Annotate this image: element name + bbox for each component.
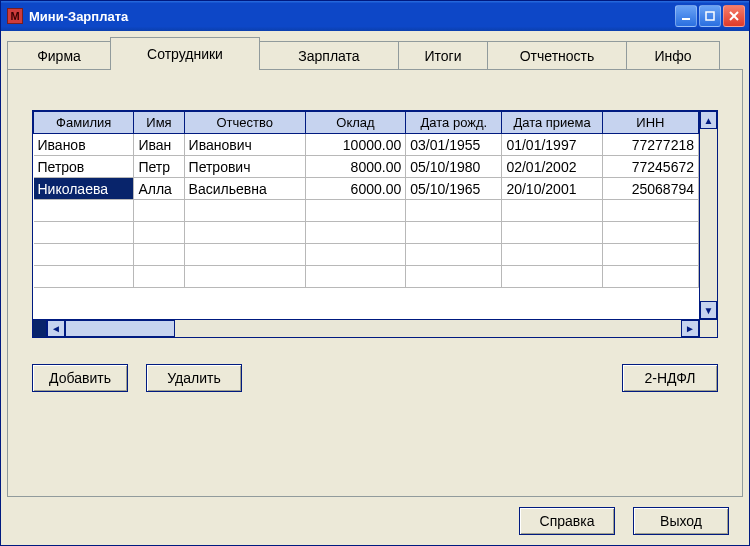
cell[interactable]: 05/10/1965 [406, 178, 502, 200]
cell-empty[interactable] [502, 266, 602, 288]
ndfl-button[interactable]: 2-НДФЛ [622, 364, 718, 392]
scroll-right-button[interactable]: ► [681, 320, 699, 337]
cell[interactable]: Петрович [184, 156, 305, 178]
cell-empty[interactable] [184, 266, 305, 288]
exit-button[interactable]: Выход [633, 507, 729, 535]
cell[interactable]: 20/10/2001 [502, 178, 602, 200]
cell-empty[interactable] [406, 200, 502, 222]
scroll-down-button[interactable]: ▼ [700, 301, 717, 319]
cell-empty[interactable] [305, 200, 405, 222]
cell-empty[interactable] [34, 200, 134, 222]
cell[interactable]: 01/01/1997 [502, 134, 602, 156]
cell[interactable]: Иванович [184, 134, 305, 156]
cell[interactable]: 03/01/1955 [406, 134, 502, 156]
tab-фирма[interactable]: Фирма [7, 41, 111, 70]
horizontal-scrollbar[interactable]: ◄ ► [33, 319, 717, 337]
minimize-icon [681, 11, 691, 21]
cell-empty[interactable] [184, 222, 305, 244]
scroll-left-button[interactable]: ◄ [47, 320, 65, 337]
col-header[interactable]: Дата приема [502, 112, 602, 134]
hscroll-thumb[interactable] [65, 320, 175, 337]
col-header[interactable]: ИНН [602, 112, 698, 134]
cell[interactable]: 10000.00 [305, 134, 405, 156]
cell-empty[interactable] [602, 200, 698, 222]
bottom-buttons: Справка Выход [7, 497, 743, 535]
cell[interactable]: 6000.00 [305, 178, 405, 200]
tab-инфо[interactable]: Инфо [626, 41, 720, 70]
cell[interactable]: Петр [134, 156, 184, 178]
table-row-empty[interactable] [34, 266, 699, 288]
help-button[interactable]: Справка [519, 507, 615, 535]
cell-empty[interactable] [305, 222, 405, 244]
titlebar[interactable]: M Мини-Зарплата [1, 1, 749, 31]
tab-panel-employees: ФамилияИмяОтчествоОкладДата рожд.Дата пр… [7, 69, 743, 497]
cell-empty[interactable] [34, 244, 134, 266]
scroll-up-button[interactable]: ▲ [700, 111, 717, 129]
cell[interactable]: Васильевна [184, 178, 305, 200]
cell[interactable]: Петров [34, 156, 134, 178]
tab-зарплата[interactable]: Зарплата [259, 41, 399, 70]
cell[interactable]: Алла [134, 178, 184, 200]
tab-итоги[interactable]: Итоги [398, 41, 488, 70]
maximize-button[interactable] [699, 5, 721, 27]
cell[interactable]: 05/10/1980 [406, 156, 502, 178]
col-header[interactable]: Отчество [184, 112, 305, 134]
cell-empty[interactable] [134, 266, 184, 288]
col-header[interactable]: Оклад [305, 112, 405, 134]
scroll-corner [699, 320, 717, 337]
cell-empty[interactable] [134, 222, 184, 244]
vertical-scrollbar[interactable]: ▲ ▼ [699, 111, 717, 319]
cell-empty[interactable] [406, 222, 502, 244]
add-button[interactable]: Добавить [32, 364, 128, 392]
cell-empty[interactable] [602, 244, 698, 266]
cell-empty[interactable] [305, 266, 405, 288]
col-header[interactable]: Дата рожд. [406, 112, 502, 134]
table-row[interactable]: ПетровПетрПетрович8000.0005/10/198002/01… [34, 156, 699, 178]
employees-grid[interactable]: ФамилияИмяОтчествоОкладДата рожд.Дата пр… [32, 110, 718, 338]
cell-empty[interactable] [184, 200, 305, 222]
tabstrip: ФирмаСотрудникиЗарплатаИтогиОтчетностьИн… [7, 36, 743, 70]
tab-отчетность[interactable]: Отчетность [487, 41, 627, 70]
cell[interactable]: 77245672 [602, 156, 698, 178]
table-row[interactable]: ИвановИванИванович10000.0003/01/195501/0… [34, 134, 699, 156]
close-button[interactable] [723, 5, 745, 27]
cell-empty[interactable] [134, 244, 184, 266]
record-marker [33, 320, 47, 337]
svg-rect-1 [706, 12, 714, 20]
delete-button[interactable]: Удалить [146, 364, 242, 392]
cell[interactable]: 02/01/2002 [502, 156, 602, 178]
cell[interactable]: 77277218 [602, 134, 698, 156]
maximize-icon [705, 11, 715, 21]
cell-empty[interactable] [502, 244, 602, 266]
cell-empty[interactable] [602, 222, 698, 244]
cell[interactable]: Иванов [34, 134, 134, 156]
cell[interactable]: 25068794 [602, 178, 698, 200]
cell-empty[interactable] [34, 222, 134, 244]
cell-empty[interactable] [502, 222, 602, 244]
svg-rect-0 [682, 18, 690, 20]
cell-empty[interactable] [184, 244, 305, 266]
grid-header-row[interactable]: ФамилияИмяОтчествоОкладДата рожд.Дата пр… [34, 112, 699, 134]
hscroll-track[interactable] [175, 320, 681, 337]
cell[interactable]: 8000.00 [305, 156, 405, 178]
vscroll-track[interactable] [700, 129, 717, 301]
cell-empty[interactable] [406, 244, 502, 266]
cell[interactable]: Николаева [34, 178, 134, 200]
table-row-empty[interactable] [34, 222, 699, 244]
cell-empty[interactable] [305, 244, 405, 266]
col-header[interactable]: Имя [134, 112, 184, 134]
cell-empty[interactable] [34, 266, 134, 288]
cell-empty[interactable] [134, 200, 184, 222]
table-row-empty[interactable] [34, 244, 699, 266]
app-icon: M [7, 8, 23, 24]
cell-empty[interactable] [602, 266, 698, 288]
cell-empty[interactable] [502, 200, 602, 222]
cell[interactable]: Иван [134, 134, 184, 156]
tab-сотрудники[interactable]: Сотрудники [110, 37, 260, 70]
table-row[interactable]: НиколаеваАллаВасильевна6000.0005/10/1965… [34, 178, 699, 200]
col-header[interactable]: Фамилия [34, 112, 134, 134]
table-row-empty[interactable] [34, 200, 699, 222]
cell-empty[interactable] [406, 266, 502, 288]
grid-table[interactable]: ФамилияИмяОтчествоОкладДата рожд.Дата пр… [33, 111, 699, 288]
minimize-button[interactable] [675, 5, 697, 27]
